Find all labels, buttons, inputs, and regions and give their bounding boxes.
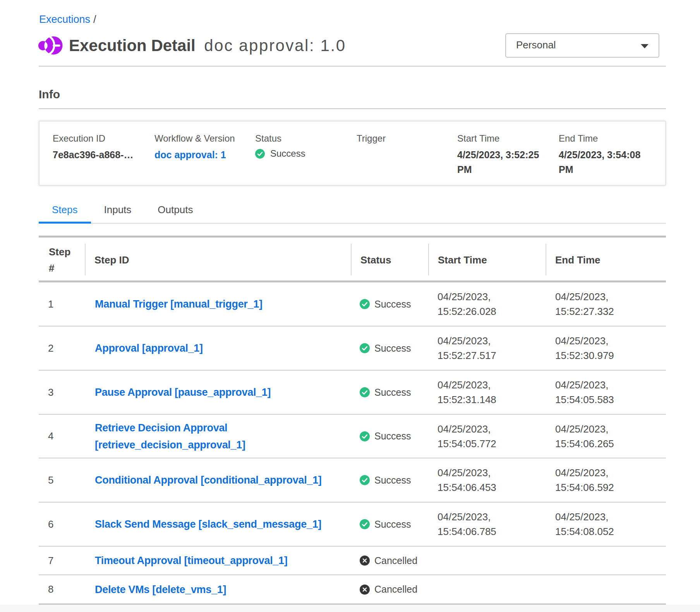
step-status-cell: Success [351,282,429,326]
field-label: Workflow & Version [154,133,255,144]
info-divider [39,108,666,109]
step-number: 4 [39,415,85,458]
step-number: 3 [39,371,85,414]
table-row: 8 Delete VMs [delete_vms_1] Cancelled [39,575,666,605]
page-subtitle: doc approval: 1.0 [204,36,346,55]
tab-steps[interactable]: Steps [39,201,91,224]
execution-detail-page: Executions/ Execution Detail doc approva… [39,0,666,612]
end-time-value: 4/25/2023, 3:54:08 PM [559,147,652,177]
breadcrumb-separator: / [93,14,96,25]
column-header-step-num: Step # [39,238,85,280]
step-status: Success [374,343,411,354]
field-execution-id: Execution ID 7e8ac396-a868-… [53,133,154,177]
cancelled-icon [360,585,370,595]
step-link[interactable]: Delete VMs [delete_vms_1] [95,581,226,598]
field-label: End Time [559,133,665,144]
step-number: 6 [39,503,85,546]
step-number: 1 [39,282,85,326]
page-header: Execution Detail doc approval: 1.0 Perso… [39,33,666,58]
step-end-time: 04/25/2023, 15:54:05.583 [546,371,666,414]
chevron-down-icon [641,44,649,48]
step-link[interactable]: Timeout Approval [timeout_approval_1] [95,552,287,569]
step-status-cell: Success [351,415,429,458]
step-status-cell: Cancelled [351,575,429,603]
step-status: Success [374,519,411,530]
step-status: Success [374,299,411,310]
field-label: Status [255,133,357,144]
table-row: 5 Conditional Approval [conditional_appr… [39,458,666,503]
step-number: 7 [39,547,85,574]
step-link[interactable]: Slack Send Message [slack_send_message_1… [95,516,321,533]
table-row: 7 Timeout Approval [timeout_approval_1] … [39,547,666,575]
column-header-step-id: Step ID [85,238,351,280]
tab-inputs[interactable]: Inputs [91,201,145,224]
field-workflow-version: Workflow & Version doc approval: 1 [154,133,255,177]
table-row: 6 Slack Send Message [slack_send_message… [39,503,666,547]
step-link[interactable]: Manual Trigger [manual_trigger_1] [95,296,262,313]
tab-outputs[interactable]: Outputs [144,201,206,224]
step-end-time: 04/25/2023, 15:54:08.052 [546,503,666,546]
step-id-cell: Manual Trigger [manual_trigger_1] [85,282,351,326]
field-label: Trigger [357,133,457,144]
table-row: 3 Pause Approval [pause_approval_1] Succ… [39,371,666,415]
steps-table-header: Step # Step ID Status Start Time End Tim… [39,236,666,282]
workspace-dropdown[interactable]: Personal [505,33,659,58]
success-icon [360,431,370,441]
step-status: Success [374,387,411,398]
breadcrumb-link-executions[interactable]: Executions [39,14,90,25]
step-status: Cancelled [374,584,417,595]
step-status-cell: Success [351,503,429,546]
field-end-time: End Time 4/25/2023, 3:54:08 PM [559,133,665,177]
execution-id-value: 7e8ac396-a868-… [53,147,154,162]
workspace-dropdown-value: Personal [516,39,556,51]
step-status: Cancelled [374,555,417,566]
field-label: Execution ID [53,133,154,144]
step-number: 2 [39,327,85,370]
step-id-cell: Timeout Approval [timeout_approval_1] [85,547,351,574]
success-icon [255,149,265,159]
tab-bar: Steps Inputs Outputs [39,201,666,224]
field-start-time: Start Time 4/25/2023, 3:52:25 PM [457,133,559,177]
step-start-time: 04/25/2023, 15:54:05.772 [429,415,546,458]
step-status-cell: Success [351,327,429,370]
step-status-cell: Success [351,371,429,414]
step-id-cell: Retrieve Decision Approval [retrieve_dec… [85,415,351,458]
step-number: 8 [39,575,85,603]
column-header-status: Status [351,238,429,280]
success-icon [360,519,370,529]
step-status: Success [374,431,411,442]
column-header-start-time: Start Time [429,238,546,280]
info-status-line: Success [255,146,357,161]
step-link[interactable]: Retrieve Decision Approval [retrieve_dec… [95,419,245,453]
step-start-time: 04/25/2023, 15:54:06.785 [429,503,546,546]
step-start-time [429,575,546,603]
table-row: 2 Approval [approval_1] Success 04/25/20… [39,327,666,371]
step-start-time [429,547,546,574]
step-status-cell: Cancelled [351,547,429,574]
success-icon [360,343,370,353]
cancelled-icon [360,556,370,566]
step-id-cell: Pause Approval [pause_approval_1] [85,371,351,414]
step-id-cell: Conditional Approval [conditional_approv… [85,458,351,502]
workflow-execution-icon [38,36,63,55]
step-end-time [546,575,666,603]
step-link[interactable]: Approval [approval_1] [95,340,203,357]
step-status: Success [374,475,411,486]
workflow-version-link[interactable]: doc approval: 1 [154,147,255,162]
step-end-time [546,547,666,574]
step-start-time: 04/25/2023, 15:54:06.453 [429,458,546,502]
steps-table: Step # Step ID Status Start Time End Tim… [39,236,666,605]
breadcrumb: Executions/ [39,14,96,25]
table-row: 4 Retrieve Decision Approval [retrieve_d… [39,415,666,458]
step-link[interactable]: Pause Approval [pause_approval_1] [95,384,271,401]
success-icon [360,475,370,485]
step-link[interactable]: Conditional Approval [conditional_approv… [95,472,322,489]
step-start-time: 04/25/2023, 15:52:27.517 [429,327,546,370]
status-value: Success [270,148,305,159]
step-id-cell: Approval [approval_1] [85,327,351,370]
success-icon [360,299,370,309]
step-start-time: 04/25/2023, 15:52:31.148 [429,371,546,414]
step-id-cell: Slack Send Message [slack_send_message_1… [85,503,351,546]
info-section-heading: Info [39,88,60,101]
field-label: Start Time [457,133,559,144]
